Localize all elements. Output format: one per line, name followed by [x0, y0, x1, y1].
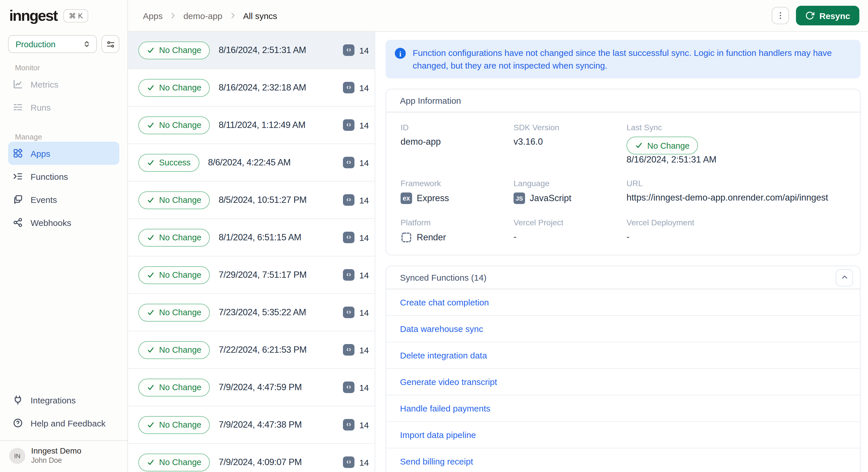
render-logo-icon	[401, 232, 412, 243]
code-icon: ‹›	[343, 44, 355, 56]
app-window: inngest ⌘ K Production Monitor	[0, 0, 868, 472]
function-count: 14	[359, 382, 369, 392]
app-information-card: App Information ID demo-app SDK Version …	[385, 89, 861, 255]
sliders-icon	[106, 39, 115, 49]
function-link[interactable]: Send billing receipt	[386, 448, 860, 472]
environment-settings-button[interactable]	[101, 35, 119, 53]
sidebar-item-webhooks[interactable]: Webhooks	[8, 211, 119, 234]
environment-select[interactable]: Production	[8, 35, 97, 53]
sidebar-item-functions[interactable]: Functions	[8, 165, 119, 188]
field-language: Language JS JavaScript	[514, 179, 626, 204]
breadcrumb-demo-app[interactable]: demo-app	[183, 11, 222, 21]
code-icon: ‹›	[343, 194, 355, 206]
function-link[interactable]: Import data pipeline	[386, 422, 860, 448]
sync-list-item[interactable]: No Change 7/23/2024, 5:35:22 AM ‹›14	[128, 294, 375, 332]
plug-icon	[13, 395, 23, 405]
resync-button[interactable]: Resync	[796, 6, 859, 25]
sync-status-badge: No Change	[159, 45, 202, 55]
function-link[interactable]: Delete integration data	[386, 342, 860, 369]
function-link[interactable]: Handle failed payments	[386, 395, 860, 422]
sync-timestamp: 7/9/2024, 4:47:59 PM	[219, 382, 302, 392]
command-k-shortcut-button[interactable]: ⌘ K	[64, 9, 88, 23]
function-count: 14	[359, 457, 369, 467]
sync-list-item[interactable]: No Change 8/16/2024, 2:32:18 AM ‹›14	[128, 69, 375, 106]
sync-list-item[interactable]: Success 8/6/2024, 4:22:45 AM ‹›14	[128, 144, 375, 182]
sidebar-item-label: Webhooks	[31, 218, 71, 227]
sidebar-item-apps[interactable]: Apps	[8, 142, 119, 165]
sidebar-top: inngest ⌘ K Production Monitor	[0, 0, 127, 234]
sync-list-item[interactable]: No Change 7/9/2024, 4:47:38 PM ‹›14	[128, 406, 375, 444]
sidebar-item-metrics[interactable]: Metrics	[8, 73, 119, 96]
sync-timestamp: 8/11/2024, 1:12:49 AM	[219, 120, 306, 130]
sync-list-item[interactable]: No Change 7/22/2024, 6:21:53 PM ‹›14	[128, 332, 375, 369]
field-framework: Framework ex Express	[401, 179, 514, 204]
sync-status-badge: No Change	[159, 383, 202, 392]
function-link[interactable]: Create chat completion	[386, 289, 860, 316]
check-icon	[147, 421, 154, 429]
sync-status-badge: No Change	[159, 308, 202, 317]
sync-timestamp: 8/16/2024, 2:32:18 AM	[219, 83, 306, 93]
code-icon: ‹›	[343, 307, 355, 318]
check-icon	[147, 383, 154, 391]
sidebar-item-events[interactable]: Events	[8, 188, 119, 211]
function-count: 14	[359, 420, 369, 430]
info-icon: i	[395, 48, 406, 59]
nav-section-manage: Manage	[8, 131, 119, 142]
sync-timestamp: 7/9/2024, 4:47:38 PM	[219, 419, 302, 430]
function-link[interactable]: Data warehouse sync	[386, 316, 860, 342]
sync-list-item[interactable]: No Change 8/1/2024, 6:51:15 AM ‹›14	[128, 219, 375, 256]
field-platform: Platform Render	[401, 218, 514, 243]
content: No Change 8/16/2024, 2:51:31 AM ‹›14 No …	[128, 32, 868, 472]
sidebar-item-integrations[interactable]: Integrations	[8, 388, 119, 411]
javascript-logo-icon: JS	[514, 192, 525, 204]
sidebar-item-runs[interactable]: Runs	[8, 96, 119, 119]
sync-timestamp: 7/29/2024, 7:51:17 PM	[219, 270, 307, 280]
check-icon	[635, 142, 643, 149]
sidebar: inngest ⌘ K Production Monitor	[0, 0, 128, 472]
field-id: ID demo-app	[401, 123, 514, 165]
account-menu[interactable]: IN Inngest Demo John Doe	[0, 440, 127, 472]
function-count: 14	[359, 83, 369, 93]
collapse-button[interactable]	[836, 269, 853, 286]
express-logo-icon: ex	[401, 192, 412, 204]
environment-select-value: Production	[16, 39, 56, 49]
last-sync-status-badge: No Change	[647, 141, 690, 150]
sidebar-item-label: Functions	[31, 171, 68, 181]
check-icon	[147, 459, 154, 466]
resync-label: Resync	[819, 11, 850, 21]
function-link[interactable]: Generate video transcript	[386, 369, 860, 395]
check-icon	[147, 46, 154, 54]
sync-list-item[interactable]: No Change 7/9/2024, 4:09:07 PM ‹›14	[128, 444, 375, 472]
language-value: JavaScript	[530, 193, 571, 203]
sync-list-item[interactable]: No Change 8/11/2024, 1:12:49 AM ‹›14	[128, 106, 375, 144]
sync-timestamp: 8/6/2024, 4:22:45 AM	[208, 157, 291, 168]
check-icon	[147, 346, 154, 353]
chevron-right-icon	[229, 11, 237, 20]
sync-status-badge: No Change	[159, 83, 202, 92]
sync-list-item[interactable]: No Change 7/9/2024, 4:47:59 PM ‹›14	[128, 369, 375, 406]
sync-timestamp: 7/22/2024, 6:21:53 PM	[219, 345, 307, 355]
app-url: https://inngest-demo-app.onrender.com/ap…	[626, 192, 845, 203]
function-count: 14	[359, 158, 369, 167]
sidebar-item-label: Events	[31, 194, 57, 204]
function-count: 14	[359, 270, 369, 280]
sidebar-item-help[interactable]: Help and Feedback	[8, 411, 119, 435]
sync-list-item[interactable]: No Change 8/5/2024, 10:51:27 PM ‹›14	[128, 182, 375, 219]
sync-timestamp: 8/5/2024, 10:51:27 PM	[219, 195, 307, 205]
field-vercel-project: Vercel Project -	[514, 218, 626, 243]
functions-terminal-icon	[13, 171, 23, 182]
sidebar-item-label: Runs	[31, 102, 51, 112]
sync-status-badge: No Change	[159, 270, 202, 280]
last-sync-time: 8/16/2024, 2:51:31 AM	[626, 154, 845, 165]
check-icon	[147, 159, 154, 166]
field-last-sync: Last Sync No Change 8/16/2024, 2:51:31 A…	[626, 123, 845, 165]
account-user-name: John Doe	[31, 456, 81, 465]
chevron-right-icon	[169, 11, 177, 20]
sync-status-badge: Success	[159, 158, 191, 167]
sync-list-item[interactable]: No Change 8/16/2024, 2:51:31 AM ‹›14	[128, 32, 375, 69]
account-org-name: Inngest Demo	[31, 446, 81, 456]
sync-list-item[interactable]: No Change 7/29/2024, 7:51:17 PM ‹›14	[128, 256, 375, 294]
field-url: URL https://inngest-demo-app.onrender.co…	[626, 179, 845, 204]
breadcrumb-apps[interactable]: Apps	[143, 11, 162, 21]
more-options-button[interactable]	[771, 7, 789, 24]
